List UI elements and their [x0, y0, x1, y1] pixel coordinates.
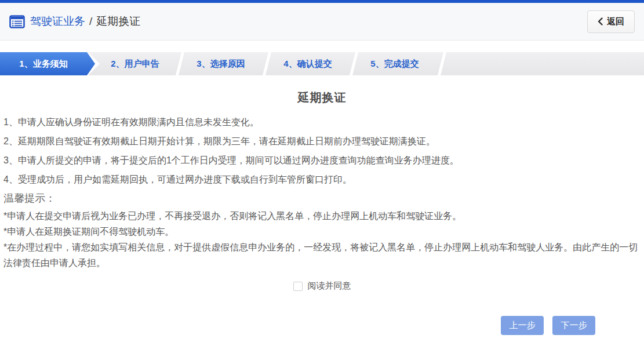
tip-item: *申请人在提交申请后视为业务已办理，不再接受退办，否则将记入黑名单，停止办理网上…: [3, 208, 641, 224]
tips-list: *申请人在提交申请后视为业务已办理，不再接受退办，否则将记入黑名单，停止办理网上…: [0, 208, 644, 271]
breadcrumb-section[interactable]: 驾驶证业务: [30, 14, 85, 29]
tips-heading: 温馨提示：: [0, 189, 644, 208]
breadcrumb-separator: /: [89, 15, 92, 28]
footer-actions: 上一步 下一步: [0, 316, 644, 335]
notice-item: 4、受理成功后，用户如需延期回执，可通过网办进度下载或自行到车管所窗口打印。: [3, 170, 641, 189]
back-button-label: 返回: [607, 16, 624, 27]
notice-list: 1、申请人应确认身份证明在有效期限满内且信息未发生变化。 2、延期期限自驾驶证有…: [0, 112, 644, 189]
step-tab-5-finish-submit[interactable]: 5、完成提交: [351, 52, 438, 75]
page-title: 延期换证: [0, 90, 644, 105]
list-icon: [9, 15, 25, 28]
prev-step-button[interactable]: 上一步: [501, 316, 544, 335]
page-header: 驾驶证业务 / 延期换证 返回: [0, 3, 644, 41]
chevron-left-icon: [598, 17, 603, 26]
breadcrumb-current: 延期换证: [96, 14, 140, 29]
step-label: 1、业务须知: [19, 59, 67, 70]
tip-item: *在办理过程中，请您如实填写相关信息，对于提供虚假信息申办业务的，一经发现，将被…: [3, 239, 641, 271]
agree-checkbox[interactable]: [293, 282, 303, 291]
agree-label[interactable]: 阅读并同意: [308, 281, 351, 292]
step-tab-1-business-notice[interactable]: 1、业务须知: [0, 52, 95, 75]
next-step-button[interactable]: 下一步: [552, 316, 595, 335]
notice-item: 3、申请人所提交的申请，将于提交后的1个工作日内受理，期间可以通过网办进度查询功…: [3, 151, 641, 170]
step-separator: [438, 52, 446, 75]
step-progress-bar: 1、业务须知 2、用户申告 3、选择原因 4、确认提交 5、完成提交: [0, 52, 644, 75]
back-button[interactable]: 返回: [587, 10, 635, 33]
step-tab-2-user-declaration[interactable]: 2、用户申告: [92, 52, 179, 75]
agreement-row: 阅读并同意: [0, 281, 644, 292]
step-tab-3-select-reason[interactable]: 3、选择原因: [177, 52, 264, 75]
notice-item: 1、申请人应确认身份证明在有效期限满内且信息未发生变化。: [3, 112, 641, 132]
tip-item: *申请人在延期换证期间不得驾驶机动车。: [3, 224, 641, 239]
notice-item: 2、延期期限自驾驶证有效期截止日期开始计算，期限为三年，请在延期截止日期前办理驾…: [3, 132, 641, 151]
step-tab-4-confirm-submit[interactable]: 4、确认提交: [264, 52, 351, 75]
